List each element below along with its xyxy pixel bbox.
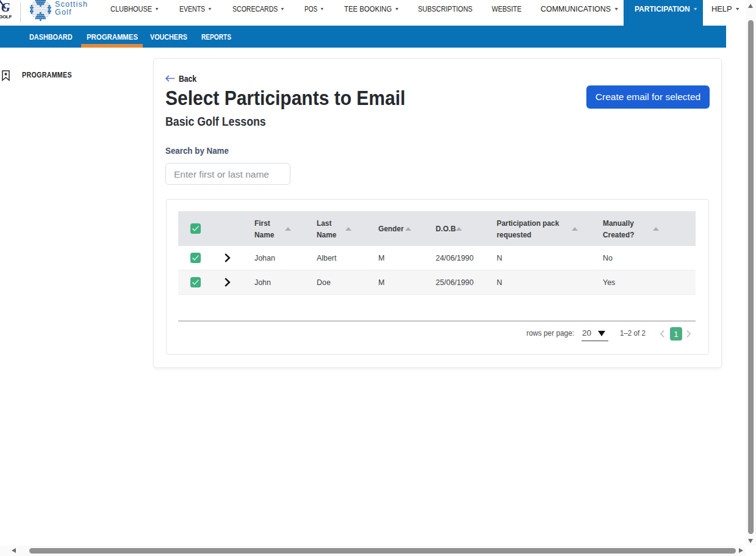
svg-text:GOLF: GOLF	[0, 14, 12, 20]
svg-text:G: G	[1, 1, 10, 14]
